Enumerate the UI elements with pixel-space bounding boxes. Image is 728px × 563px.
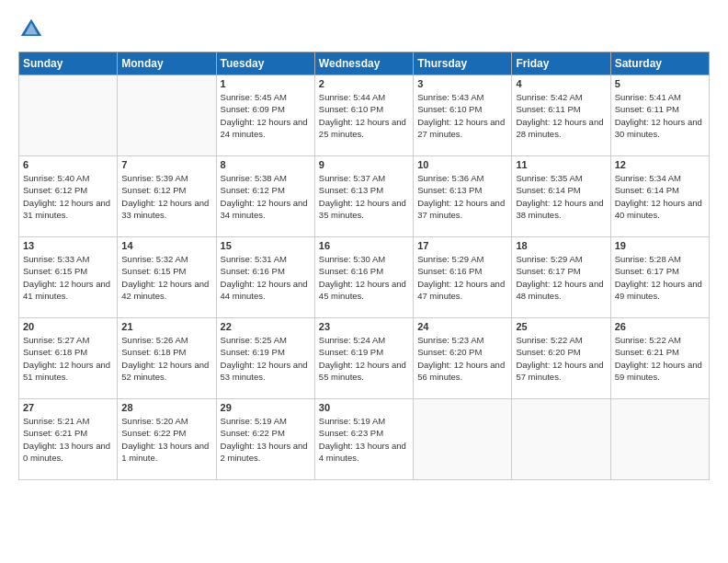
- calendar-cell: 25Sunrise: 5:22 AM Sunset: 6:20 PM Dayli…: [512, 318, 610, 399]
- day-number: 18: [516, 240, 606, 251]
- day-info: Sunrise: 5:41 AM Sunset: 6:11 PM Dayligh…: [615, 91, 705, 140]
- day-number: 30: [319, 402, 409, 413]
- day-info: Sunrise: 5:32 AM Sunset: 6:15 PM Dayligh…: [121, 253, 211, 302]
- day-info: Sunrise: 5:34 AM Sunset: 6:14 PM Dayligh…: [615, 172, 705, 221]
- day-number: 22: [221, 321, 311, 332]
- weekday-friday: Friday: [512, 52, 610, 75]
- day-number: 7: [121, 159, 211, 170]
- day-number: 19: [615, 240, 705, 251]
- calendar-cell: 20Sunrise: 5:27 AM Sunset: 6:18 PM Dayli…: [19, 318, 118, 399]
- day-info: Sunrise: 5:27 AM Sunset: 6:18 PM Dayligh…: [23, 334, 113, 383]
- day-info: Sunrise: 5:33 AM Sunset: 6:15 PM Dayligh…: [23, 253, 113, 302]
- calendar-cell: 18Sunrise: 5:29 AM Sunset: 6:17 PM Dayli…: [512, 237, 610, 318]
- weekday-sunday: Sunday: [19, 52, 118, 75]
- day-number: 29: [221, 402, 311, 413]
- day-info: Sunrise: 5:31 AM Sunset: 6:16 PM Dayligh…: [221, 253, 311, 302]
- day-info: Sunrise: 5:37 AM Sunset: 6:13 PM Dayligh…: [319, 172, 409, 221]
- day-number: 25: [516, 321, 606, 332]
- day-info: Sunrise: 5:43 AM Sunset: 6:10 PM Dayligh…: [417, 91, 507, 140]
- calendar-cell: [512, 399, 610, 480]
- day-number: 4: [516, 78, 606, 89]
- calendar-cell: [118, 75, 216, 156]
- calendar-cell: 16Sunrise: 5:30 AM Sunset: 6:16 PM Dayli…: [314, 237, 413, 318]
- calendar-cell: 21Sunrise: 5:26 AM Sunset: 6:18 PM Dayli…: [118, 318, 216, 399]
- day-number: 17: [417, 240, 507, 251]
- calendar-cell: 8Sunrise: 5:38 AM Sunset: 6:12 PM Daylig…: [216, 156, 314, 237]
- weekday-monday: Monday: [118, 52, 216, 75]
- logo: [18, 17, 48, 42]
- day-info: Sunrise: 5:36 AM Sunset: 6:13 PM Dayligh…: [417, 172, 507, 221]
- calendar-cell: 22Sunrise: 5:25 AM Sunset: 6:19 PM Dayli…: [216, 318, 314, 399]
- day-number: 8: [221, 159, 311, 170]
- day-info: Sunrise: 5:29 AM Sunset: 6:17 PM Dayligh…: [516, 253, 606, 302]
- calendar-cell: [610, 399, 709, 480]
- weekday-tuesday: Tuesday: [216, 52, 314, 75]
- day-info: Sunrise: 5:23 AM Sunset: 6:20 PM Dayligh…: [417, 334, 507, 383]
- calendar-cell: 5Sunrise: 5:41 AM Sunset: 6:11 PM Daylig…: [610, 75, 709, 156]
- weekday-thursday: Thursday: [414, 52, 512, 75]
- calendar-table: SundayMondayTuesdayWednesdayThursdayFrid…: [18, 52, 710, 480]
- calendar-cell: 19Sunrise: 5:28 AM Sunset: 6:17 PM Dayli…: [610, 237, 709, 318]
- calendar-cell: 9Sunrise: 5:37 AM Sunset: 6:13 PM Daylig…: [314, 156, 413, 237]
- weekday-saturday: Saturday: [610, 52, 709, 75]
- calendar-week-4: 20Sunrise: 5:27 AM Sunset: 6:18 PM Dayli…: [19, 318, 710, 399]
- calendar-cell: 2Sunrise: 5:44 AM Sunset: 6:10 PM Daylig…: [314, 75, 413, 156]
- day-info: Sunrise: 5:44 AM Sunset: 6:10 PM Dayligh…: [319, 91, 409, 140]
- day-info: Sunrise: 5:40 AM Sunset: 6:12 PM Dayligh…: [23, 172, 113, 221]
- day-info: Sunrise: 5:19 AM Sunset: 6:23 PM Dayligh…: [319, 415, 409, 464]
- day-number: 6: [23, 159, 113, 170]
- header: [18, 17, 710, 42]
- day-number: 14: [121, 240, 211, 251]
- day-info: Sunrise: 5:39 AM Sunset: 6:12 PM Dayligh…: [121, 172, 211, 221]
- weekday-header-row: SundayMondayTuesdayWednesdayThursdayFrid…: [19, 52, 710, 75]
- calendar-cell: 28Sunrise: 5:20 AM Sunset: 6:22 PM Dayli…: [118, 399, 216, 480]
- day-number: 21: [121, 321, 211, 332]
- calendar-cell: 29Sunrise: 5:19 AM Sunset: 6:22 PM Dayli…: [216, 399, 314, 480]
- calendar-cell: 23Sunrise: 5:24 AM Sunset: 6:19 PM Dayli…: [314, 318, 413, 399]
- day-number: 9: [319, 159, 409, 170]
- calendar-cell: 27Sunrise: 5:21 AM Sunset: 6:21 PM Dayli…: [19, 399, 118, 480]
- day-number: 28: [121, 402, 211, 413]
- calendar-cell: 24Sunrise: 5:23 AM Sunset: 6:20 PM Dayli…: [414, 318, 512, 399]
- calendar-cell: 30Sunrise: 5:19 AM Sunset: 6:23 PM Dayli…: [314, 399, 413, 480]
- calendar-cell: 17Sunrise: 5:29 AM Sunset: 6:16 PM Dayli…: [414, 237, 512, 318]
- day-info: Sunrise: 5:20 AM Sunset: 6:22 PM Dayligh…: [121, 415, 211, 464]
- day-info: Sunrise: 5:22 AM Sunset: 6:21 PM Dayligh…: [615, 334, 705, 383]
- calendar-cell: 12Sunrise: 5:34 AM Sunset: 6:14 PM Dayli…: [610, 156, 709, 237]
- day-info: Sunrise: 5:19 AM Sunset: 6:22 PM Dayligh…: [221, 415, 311, 464]
- calendar-cell: 7Sunrise: 5:39 AM Sunset: 6:12 PM Daylig…: [118, 156, 216, 237]
- day-number: 15: [221, 240, 311, 251]
- day-info: Sunrise: 5:42 AM Sunset: 6:11 PM Dayligh…: [516, 91, 606, 140]
- calendar-week-2: 6Sunrise: 5:40 AM Sunset: 6:12 PM Daylig…: [19, 156, 710, 237]
- day-info: Sunrise: 5:21 AM Sunset: 6:21 PM Dayligh…: [23, 415, 113, 464]
- day-info: Sunrise: 5:22 AM Sunset: 6:20 PM Dayligh…: [516, 334, 606, 383]
- day-info: Sunrise: 5:26 AM Sunset: 6:18 PM Dayligh…: [121, 334, 211, 383]
- calendar-cell: 4Sunrise: 5:42 AM Sunset: 6:11 PM Daylig…: [512, 75, 610, 156]
- day-number: 5: [615, 78, 705, 89]
- day-number: 11: [516, 159, 606, 170]
- weekday-wednesday: Wednesday: [314, 52, 413, 75]
- day-number: 12: [615, 159, 705, 170]
- day-number: 3: [417, 78, 507, 89]
- calendar-week-5: 27Sunrise: 5:21 AM Sunset: 6:21 PM Dayli…: [19, 399, 710, 480]
- calendar-cell: 15Sunrise: 5:31 AM Sunset: 6:16 PM Dayli…: [216, 237, 314, 318]
- day-info: Sunrise: 5:29 AM Sunset: 6:16 PM Dayligh…: [417, 253, 507, 302]
- day-info: Sunrise: 5:25 AM Sunset: 6:19 PM Dayligh…: [221, 334, 311, 383]
- calendar-cell: 3Sunrise: 5:43 AM Sunset: 6:10 PM Daylig…: [414, 75, 512, 156]
- calendar-cell: [414, 399, 512, 480]
- day-number: 13: [23, 240, 113, 251]
- calendar-week-1: 1Sunrise: 5:45 AM Sunset: 6:09 PM Daylig…: [19, 75, 710, 156]
- day-info: Sunrise: 5:24 AM Sunset: 6:19 PM Dayligh…: [319, 334, 409, 383]
- page: SundayMondayTuesdayWednesdayThursdayFrid…: [0, 0, 728, 563]
- day-info: Sunrise: 5:28 AM Sunset: 6:17 PM Dayligh…: [615, 253, 705, 302]
- calendar-cell: 1Sunrise: 5:45 AM Sunset: 6:09 PM Daylig…: [216, 75, 314, 156]
- day-number: 27: [23, 402, 113, 413]
- calendar-cell: [19, 75, 118, 156]
- day-number: 20: [23, 321, 113, 332]
- calendar-cell: 6Sunrise: 5:40 AM Sunset: 6:12 PM Daylig…: [19, 156, 118, 237]
- day-number: 16: [319, 240, 409, 251]
- day-info: Sunrise: 5:35 AM Sunset: 6:14 PM Dayligh…: [516, 172, 606, 221]
- day-number: 10: [417, 159, 507, 170]
- day-number: 2: [319, 78, 409, 89]
- day-number: 24: [417, 321, 507, 332]
